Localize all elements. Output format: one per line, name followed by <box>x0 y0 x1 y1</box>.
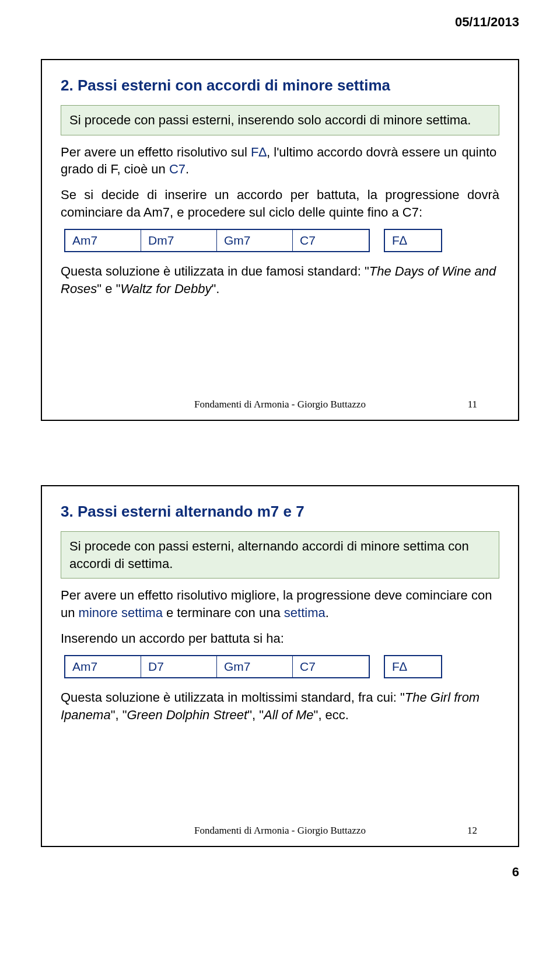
term: minore settima <box>79 605 163 620</box>
slide-1-p3: Questa soluzione è utilizzata in due fam… <box>61 263 499 297</box>
slide-2-p1: Per avere un effetto risolutivo migliore… <box>61 587 499 621</box>
slide-2-callout: Si procede con passi esterni, alternando… <box>61 531 499 579</box>
song-title: All of Me <box>264 708 314 722</box>
text: " e " <box>97 281 120 296</box>
slide-1: 2. Passi esterni con accordi di minore s… <box>41 59 519 421</box>
chord-target: F∆ <box>384 655 442 678</box>
footer-slide-number: 11 <box>468 399 477 410</box>
slide-2-p3: Questa soluzione è utilizzata in moltiss… <box>61 689 499 723</box>
footer-label: Fondamenti di Armonia - Giorgio Buttazzo <box>194 825 366 837</box>
text: ", ecc. <box>314 708 349 722</box>
slide-1-chord-row: Am7 Dm7 Gm7 C7 F∆ <box>61 229 499 252</box>
chord-cell: Am7 <box>65 656 141 677</box>
page-number: 6 <box>0 847 560 894</box>
slide-1-p2: Se si decide di inserire un accordo per … <box>61 186 499 221</box>
page-date: 05/11/2013 <box>0 0 560 30</box>
slide-1-footer: Fondamenti di Armonia - Giorgio Buttazzo… <box>42 399 518 410</box>
chord-group: Am7 D7 Gm7 C7 <box>64 655 370 678</box>
song-title: Green Dolphin Street <box>127 708 247 722</box>
text: Questa soluzione è utilizzata in moltiss… <box>61 690 405 705</box>
chord-cell: Gm7 <box>217 656 293 677</box>
chord-cell: C7 <box>293 656 369 677</box>
slide-2-p2: Inserendo un accordo per battuta si ha: <box>61 630 499 647</box>
slide-2: 3. Passi esterni alternando m7 e 7 Si pr… <box>41 485 519 847</box>
text: . <box>326 605 329 620</box>
chord-cell: Gm7 <box>217 230 293 251</box>
chord-group: Am7 Dm7 Gm7 C7 <box>64 229 370 252</box>
footer-slide-number: 12 <box>467 825 477 837</box>
chord-cell: Am7 <box>65 230 141 251</box>
song-title: Waltz for Debby <box>120 281 211 296</box>
slide-2-footer: Fondamenti di Armonia - Giorgio Buttazzo… <box>42 825 518 837</box>
slide-1-p1: Per avere un effetto risolutivo sul F∆, … <box>61 144 499 178</box>
chord-cell: D7 <box>141 656 217 677</box>
text: ", " <box>111 708 127 722</box>
chord-ref: C7 <box>169 162 186 176</box>
slide-1-callout: Si procede con passi esterni, inserendo … <box>61 105 499 135</box>
text: e terminare con una <box>163 605 284 620</box>
slide-1-title: 2. Passi esterni con accordi di minore s… <box>61 76 499 95</box>
chord-target: F∆ <box>384 229 442 252</box>
footer-label: Fondamenti di Armonia - Giorgio Buttazzo <box>194 399 366 410</box>
chord-cell: C7 <box>293 230 369 251</box>
text: Questa soluzione è utilizzata in due fam… <box>61 264 369 278</box>
text: Per avere un effetto risolutivo sul <box>61 145 251 159</box>
text: . <box>186 162 189 176</box>
text: ". <box>212 281 220 296</box>
text: ", " <box>247 708 264 722</box>
term: settima <box>284 605 326 620</box>
slide-2-title: 3. Passi esterni alternando m7 e 7 <box>61 503 499 521</box>
chord-cell: Dm7 <box>141 230 217 251</box>
slide-2-chord-row: Am7 D7 Gm7 C7 F∆ <box>61 655 499 678</box>
chord-ref: F∆ <box>251 145 267 159</box>
